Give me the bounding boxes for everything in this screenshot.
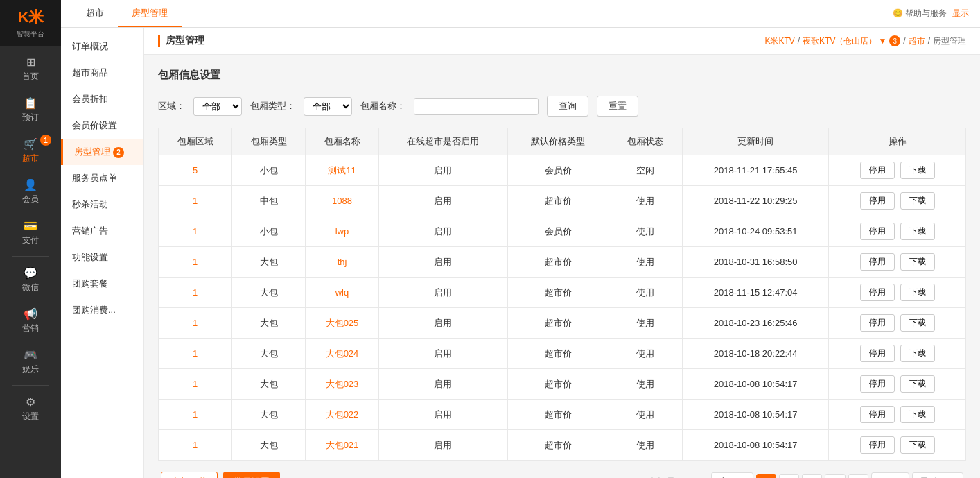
- cell-status: 使用: [609, 247, 682, 278]
- next-5-button[interactable]: 下5页: [871, 472, 909, 478]
- pagination: 73 条记录 1/8 页 上一页 1 2 3 4 5 下5页 最后一页: [636, 472, 963, 478]
- cell-price-type: 超市价: [507, 339, 609, 369]
- sub-item-marketing-ad[interactable]: 营销广告: [61, 218, 143, 244]
- cell-online: 启用: [379, 186, 508, 216]
- disable-button[interactable]: 停用: [860, 253, 895, 271]
- cell-status: 使用: [609, 369, 682, 400]
- disable-button[interactable]: 停用: [860, 314, 895, 332]
- download-button[interactable]: 下载: [900, 223, 935, 240]
- cell-area: 1: [159, 369, 232, 400]
- disable-button[interactable]: 停用: [860, 406, 895, 423]
- help-service: 😊 帮助与服务: [893, 8, 947, 19]
- download-button[interactable]: 下载: [900, 162, 935, 179]
- download-button[interactable]: 下载: [900, 314, 935, 332]
- col-type: 包厢类型: [232, 128, 306, 155]
- breadcrumb-supermarket[interactable]: 超市: [909, 35, 925, 47]
- sidebar-item-settings[interactable]: ⚙ 设置: [0, 389, 61, 429]
- page-4-button[interactable]: 4: [825, 474, 845, 479]
- sidebar-item-booking-label: 预订: [22, 112, 39, 123]
- download-button[interactable]: 下载: [900, 253, 935, 271]
- page-3-button[interactable]: 3: [802, 474, 822, 479]
- cell-name[interactable]: 大包022: [306, 400, 379, 430]
- name-input[interactable]: [414, 98, 539, 115]
- batch-set-button[interactable]: 批量设置: [223, 472, 280, 478]
- prev-page-button[interactable]: 上一页: [711, 472, 753, 478]
- download-button[interactable]: 下载: [900, 192, 935, 210]
- disable-button[interactable]: 停用: [860, 192, 895, 210]
- disable-button[interactable]: 停用: [860, 436, 895, 454]
- sub-item-room-type[interactable]: 房型管理2: [61, 139, 143, 165]
- sidebar-item-wechat[interactable]: 💬 微信: [0, 259, 61, 300]
- cell-name[interactable]: 大包024: [306, 339, 379, 369]
- cell-name[interactable]: 大包021: [306, 430, 379, 461]
- download-button[interactable]: 下载: [900, 345, 935, 362]
- cell-status: 使用: [609, 339, 682, 369]
- logo-sub: 智慧平台: [17, 29, 44, 39]
- sub-item-flash-sale[interactable]: 秒杀活动: [61, 191, 143, 218]
- sidebar-item-booking[interactable]: 📋 预订: [0, 89, 61, 130]
- query-button[interactable]: 查询: [547, 96, 588, 117]
- sidebar-item-supermarket-label: 超市: [22, 153, 39, 164]
- reset-button[interactable]: 重置: [597, 96, 638, 117]
- breadcrumb-store[interactable]: 夜歌KTV（仓山店） ▼ 3: [803, 35, 900, 47]
- sidebar-item-entertainment[interactable]: 🎮 娱乐: [0, 341, 61, 382]
- cell-type: 大包: [232, 308, 306, 339]
- sub-item-order-overview[interactable]: 订单概况: [61, 33, 143, 60]
- breadcrumb-kmiktv[interactable]: K米KTV: [764, 35, 794, 47]
- tab-supermarket[interactable]: 超市: [72, 0, 118, 27]
- disable-button[interactable]: 停用: [860, 223, 895, 240]
- cell-ops: 停用 下载: [829, 278, 966, 308]
- settings-icon: ⚙: [26, 395, 35, 409]
- cell-update-time: 2018-10-18 20:22:44: [682, 339, 829, 369]
- download-button[interactable]: 下载: [900, 406, 935, 423]
- last-page-button[interactable]: 最后一页: [912, 472, 963, 478]
- cell-update-time: 2018-10-08 10:54:17: [682, 369, 829, 400]
- sidebar-item-home[interactable]: ⊞ 首页: [0, 49, 61, 89]
- sub-item-waiter-order[interactable]: 服务员点单: [61, 165, 143, 191]
- sidebar-item-supermarket[interactable]: 1 🛒 超市: [0, 130, 61, 171]
- cell-area: 1: [159, 186, 232, 216]
- cell-status: 使用: [609, 278, 682, 308]
- disable-button[interactable]: 停用: [860, 284, 895, 301]
- cell-name[interactable]: 1088: [306, 186, 379, 216]
- area-label: 区域：: [158, 100, 185, 112]
- cell-name[interactable]: thj: [306, 247, 379, 278]
- cell-name[interactable]: 大包025: [306, 308, 379, 339]
- download-button[interactable]: 下载: [900, 284, 935, 301]
- tab-room-management[interactable]: 房型管理: [118, 0, 182, 27]
- supermarket-badge: 1: [40, 135, 51, 146]
- sidebar-item-payment[interactable]: 💳 支付: [0, 212, 61, 253]
- type-select[interactable]: 全部: [304, 97, 352, 116]
- wechat-icon: 💬: [24, 266, 37, 280]
- sub-item-member-price[interactable]: 会员价设置: [61, 112, 143, 139]
- table-row: 1 大包 大包021 启用 超市价 使用 2018-10-08 10:54:17…: [159, 430, 966, 461]
- cell-status: 使用: [609, 186, 682, 216]
- page-1-button[interactable]: 1: [756, 474, 776, 479]
- disable-button[interactable]: 停用: [860, 345, 895, 362]
- sub-item-supermarket-goods[interactable]: 超市商品: [61, 60, 143, 86]
- download-button[interactable]: 下载: [900, 375, 935, 393]
- disable-button[interactable]: 停用: [860, 162, 895, 179]
- page-5-button[interactable]: 5: [848, 474, 868, 479]
- cell-update-time: 2018-11-21 17:55:45: [682, 155, 829, 186]
- page-2-button[interactable]: 2: [779, 474, 799, 479]
- area-select[interactable]: 全部: [193, 97, 242, 116]
- show-link[interactable]: 显示: [952, 8, 969, 19]
- sub-item-member-discount[interactable]: 会员折扣: [61, 86, 143, 112]
- sub-item-group-consume[interactable]: 团购消费...: [61, 297, 143, 323]
- cell-name[interactable]: 大包023: [306, 369, 379, 400]
- cell-name[interactable]: wlq: [306, 278, 379, 308]
- download-button[interactable]: 下载: [900, 436, 935, 454]
- chevron-down-icon: ▼: [878, 36, 886, 46]
- sidebar-item-member[interactable]: 👤 会员: [0, 171, 61, 212]
- cell-online: 启用: [379, 308, 508, 339]
- cell-name[interactable]: 测试11: [306, 155, 379, 186]
- sub-item-group-buy[interactable]: 团购套餐: [61, 271, 143, 297]
- sidebar-item-marketing[interactable]: 📢 营销: [0, 300, 61, 341]
- cell-name[interactable]: lwp: [306, 216, 379, 247]
- table-row: 1 大包 thj 启用 超市价 使用 2018-10-31 16:58:50 停…: [159, 247, 966, 278]
- download-all-button[interactable]: 全部下载: [161, 472, 218, 478]
- sub-item-func-settings[interactable]: 功能设置: [61, 244, 143, 271]
- disable-button[interactable]: 停用: [860, 375, 895, 393]
- logo: K米 智慧平台: [0, 0, 61, 46]
